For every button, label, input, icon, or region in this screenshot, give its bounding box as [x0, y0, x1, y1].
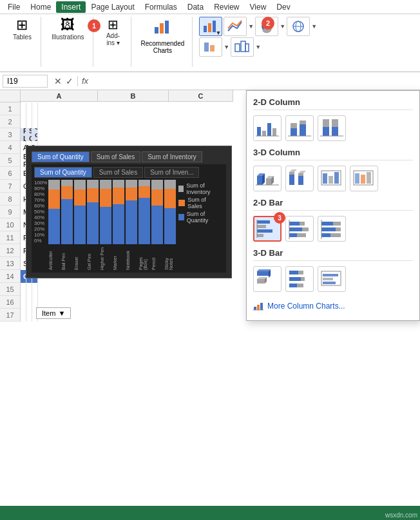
svg-rect-1: [160, 23, 164, 34]
row-number: 9: [0, 206, 21, 218]
menu-dev[interactable]: Dev: [271, 1, 295, 13]
cancel-icon[interactable]: ✕: [54, 76, 62, 86]
3d-column-1-btn[interactable]: [253, 166, 282, 191]
cell-b[interactable]: [26, 115, 32, 128]
more-charts-link[interactable]: More Column Charts...: [253, 298, 413, 314]
item-button[interactable]: Item ▼: [36, 307, 71, 319]
cell-c[interactable]: [32, 296, 38, 309]
3d-column-3-btn[interactable]: [318, 166, 346, 191]
area-chart-button[interactable]: [199, 37, 222, 57]
cell-b[interactable]: [26, 102, 32, 115]
x-axis-label: Sticky Notes: [164, 246, 176, 270]
pie-dropdown-arrow[interactable]: ▼: [280, 23, 285, 30]
line-dropdown-arrow[interactable]: ▼: [248, 23, 254, 30]
menu-view[interactable]: View: [245, 1, 272, 13]
clustered-column-btn[interactable]: [253, 115, 282, 141]
illustrations-button[interactable]: 🖼 Illustrations: [48, 17, 88, 42]
clustered-bar-btn[interactable]: 3: [253, 216, 282, 242]
3d-bar-3-btn[interactable]: [318, 266, 346, 292]
x-axis-label: Eraser: [74, 246, 86, 270]
3d-bar-1-btn[interactable]: [253, 266, 282, 292]
chart-inner-tab-quantity[interactable]: Sum of Quantity: [34, 167, 92, 178]
section-3d-column: 3-D Column: [253, 148, 413, 191]
bar-segment-gray: [151, 180, 163, 189]
menu-review[interactable]: Review: [209, 1, 244, 13]
globe-dropdown-arrow[interactable]: ▼: [311, 23, 317, 30]
menu-home[interactable]: Home: [25, 1, 56, 13]
addins-button[interactable]: ⊞ Add-ins ▾: [100, 17, 126, 48]
scatter-chart-button[interactable]: [231, 37, 254, 57]
menu-data[interactable]: Data: [182, 1, 209, 13]
scatter-dropdown-arrow[interactable]: ▼: [255, 44, 261, 50]
tables-button[interactable]: ⊞ Tables: [9, 17, 35, 42]
formula-input[interactable]: [92, 77, 417, 86]
badge-3: 3: [274, 212, 285, 224]
item-label: Item: [42, 309, 55, 317]
recommended-charts-button[interactable]: RecommendedCharts: [138, 17, 187, 55]
svg-rect-15: [257, 127, 261, 136]
cell-a[interactable]: [21, 309, 26, 322]
chart-tab-inventory[interactable]: Sum of Inventory: [142, 151, 202, 162]
100pct-column-btn[interactable]: [318, 115, 346, 141]
cell-a[interactable]: [21, 296, 26, 309]
cell-b[interactable]: Sum of Quantity: [26, 128, 32, 141]
bar-group: [126, 180, 137, 244]
cell-a[interactable]: [21, 283, 26, 296]
column-chart-button[interactable]: ▼: [199, 17, 222, 36]
line-chart-button[interactable]: [224, 17, 247, 36]
3d-bar-2-btn[interactable]: [285, 266, 314, 292]
svg-rect-20: [291, 128, 297, 136]
chart-inner-tab-inventory[interactable]: Sum of Inven...: [144, 167, 199, 178]
col-header-a[interactable]: A: [21, 90, 98, 102]
svg-rect-40: [298, 176, 303, 185]
table-row: 2: [0, 115, 21, 128]
table-row: 5Ball Pen300028: [0, 154, 21, 167]
row-number: 13: [0, 257, 21, 269]
cell-b[interactable]: [26, 283, 32, 296]
100pct-bar-btn[interactable]: [318, 216, 346, 242]
table-row: 17: [0, 309, 21, 322]
chart-legend: Sum of Inventory Sum of Sales Sum of Qua…: [176, 180, 224, 270]
menu-file[interactable]: File: [3, 1, 25, 13]
table-row: 1: [0, 102, 21, 115]
cell-b[interactable]: [26, 309, 32, 322]
cell-b[interactable]: [26, 296, 32, 309]
confirm-icon[interactable]: ✓: [66, 76, 73, 86]
cell-a[interactable]: Row Labels ▼: [21, 128, 26, 141]
cell-c[interactable]: Sum of Sal: [32, 128, 38, 141]
col-header-b[interactable]: B: [98, 90, 169, 102]
menu-page-layout[interactable]: Page Layout: [86, 1, 139, 13]
table-row: 10N: [0, 218, 21, 231]
ribbon-group-recommended-charts: RecommendedCharts: [133, 17, 193, 67]
cell-reference-input[interactable]: [3, 75, 48, 88]
cell-c[interactable]: [32, 102, 38, 115]
svg-rect-16: [262, 131, 266, 136]
bar-segment-orange: [100, 189, 111, 207]
bar-group: [113, 180, 124, 244]
svg-rect-27: [332, 127, 338, 136]
bar-group: [61, 180, 73, 244]
row-number: 1: [0, 102, 21, 115]
area-dropdown-arrow[interactable]: ▼: [224, 44, 229, 50]
bar-segment-gray: [138, 180, 150, 186]
col-header-c[interactable]: C: [169, 90, 233, 102]
cell-a[interactable]: [21, 102, 26, 115]
bar-segment-blue: [100, 207, 111, 244]
menu-formulas[interactable]: Formulas: [140, 1, 182, 13]
cell-a[interactable]: [21, 115, 26, 128]
3d-column-4-btn[interactable]: [350, 166, 378, 191]
stacked-column-btn[interactable]: [285, 115, 314, 141]
chart-tab-sales[interactable]: Sum of Sales: [91, 151, 140, 162]
svg-rect-61: [297, 233, 306, 237]
chart-inner-tab-sales[interactable]: Sum of Sales: [93, 167, 143, 178]
cell-c[interactable]: [32, 115, 38, 128]
cell-c[interactable]: [32, 283, 38, 296]
3d-column-2-btn[interactable]: [285, 166, 314, 191]
svg-rect-57: [300, 222, 305, 226]
menu-insert[interactable]: Insert: [56, 1, 86, 13]
stacked-bar-btn[interactable]: [285, 216, 314, 242]
chart-tab-quantity[interactable]: Sum of Quantity: [32, 151, 90, 162]
column-headers: A B C: [0, 90, 21, 102]
svg-rect-38: [289, 172, 294, 175]
globe-chart-button[interactable]: [287, 17, 310, 36]
